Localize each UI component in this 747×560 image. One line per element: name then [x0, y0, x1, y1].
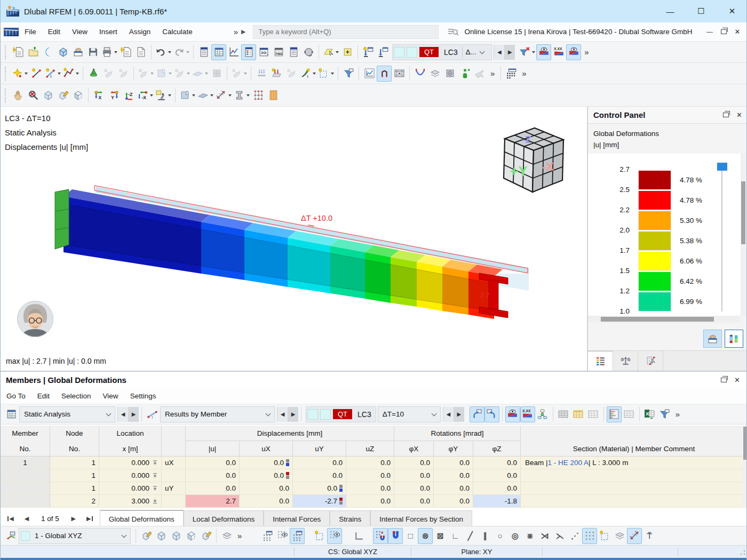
cell-uy[interactable]: 0.0: [293, 482, 346, 495]
panel-close-icon[interactable]: ✕: [736, 111, 742, 119]
header-u[interactable]: |u|: [186, 441, 240, 457]
coordinate-system-selector[interactable]: 1 - Global XYZ: [19, 528, 131, 544]
workplane-overflow-icon[interactable]: »: [234, 531, 245, 540]
toolbar-grip[interactable]: [5, 89, 7, 102]
snap-raster-button[interactable]: [582, 528, 597, 544]
filter-results-button[interactable]: [518, 44, 536, 60]
snap-center-button[interactable]: ⊗: [418, 528, 433, 544]
menu-view[interactable]: View: [66, 23, 93, 41]
previous-case-button[interactable]: ◀: [494, 45, 504, 60]
cell-member[interactable]: 1: [1, 457, 50, 469]
load-case-manager-button[interactable]: [376, 44, 391, 60]
header-uz[interactable]: uZ: [346, 441, 394, 457]
cell-node[interactable]: 1: [50, 469, 99, 482]
show-results-table-button[interactable]: [505, 406, 520, 422]
toolbar1-overflow-icon[interactable]: »: [581, 47, 592, 57]
show-result-values-button[interactable]: [566, 44, 581, 60]
new-node-button[interactable]: [11, 66, 29, 82]
script-console-button[interactable]: [271, 44, 286, 60]
new-polyline-button[interactable]: [62, 66, 80, 82]
show-values-table-button[interactable]: [520, 406, 535, 422]
menu-assign[interactable]: Assign: [123, 23, 157, 41]
last-table-button[interactable]: ▶: [83, 512, 97, 525]
new-nodal-load-button[interactable]: [254, 66, 269, 82]
scale-slider-handle[interactable]: [717, 163, 727, 171]
snap-points-button[interactable]: ⋰: [567, 528, 582, 544]
members-toolbar-overflow-icon[interactable]: »: [672, 410, 683, 419]
table-filter-rows-button[interactable]: [571, 406, 586, 422]
new-member-hinge-button[interactable]: [116, 66, 131, 82]
menu-edit[interactable]: Edit: [42, 23, 66, 41]
cell-section[interactable]: Beam | 1 - HE 200 A | L : 3.000 m: [521, 457, 747, 469]
section-display-button[interactable]: [233, 87, 251, 103]
navcube-front-label[interactable]: +Y: [510, 163, 528, 179]
cell-u-max[interactable]: 2.7: [186, 495, 240, 508]
view-y-button[interactable]: [106, 87, 121, 103]
rotate-workplane-x-button[interactable]: [154, 528, 169, 544]
cell-uz[interactable]: 0.0: [346, 457, 394, 469]
tab-color-scale[interactable]: [588, 351, 613, 371]
surface-hatch-button[interactable]: [266, 87, 281, 103]
case-next-button[interactable]: ▶: [454, 407, 464, 422]
dlubal-center-button[interactable]: [41, 44, 55, 60]
analysis-prev-button[interactable]: ◀: [117, 407, 128, 422]
tab-local-deformations[interactable]: Local Deformations: [184, 510, 264, 527]
new-plane-button[interactable]: [191, 66, 209, 82]
header-member[interactable]: Member: [1, 426, 50, 441]
user-avatar[interactable]: [17, 300, 54, 338]
search-advanced-icon[interactable]: [447, 27, 459, 37]
new-section-button[interactable]: [230, 66, 248, 82]
search-input[interactable]: [253, 25, 439, 39]
cell-phix[interactable]: 0.0: [394, 482, 434, 495]
header-section[interactable]: Section (Material) | Member Comment: [521, 441, 747, 457]
select-surfaces-button[interactable]: [196, 87, 214, 103]
new-solid-button[interactable]: [155, 66, 173, 82]
menu-expand-icon[interactable]: ▶: [241, 28, 245, 35]
cell-uy[interactable]: 0.0: [293, 457, 346, 469]
dimensions-button[interactable]: [214, 87, 233, 103]
view-neg-x-button[interactable]: [136, 87, 154, 103]
header-location[interactable]: Location: [99, 426, 162, 441]
navigator-panel-button[interactable]: [196, 44, 211, 60]
panel-float-icon[interactable]: [723, 113, 729, 117]
members-menu-view[interactable]: View: [97, 387, 124, 405]
fe-mesh-button[interactable]: [251, 87, 266, 103]
new-surface-button[interactable]: [137, 66, 155, 82]
cell-ux[interactable]: 0.0: [240, 457, 293, 469]
cell-member[interactable]: [1, 482, 50, 495]
redo-button[interactable]: [172, 44, 190, 60]
header-uy[interactable]: uY: [293, 441, 346, 457]
table-plain-button[interactable]: [622, 406, 637, 422]
assign-scale-button[interactable]: [703, 330, 722, 348]
toolbar-grip[interactable]: [5, 45, 7, 59]
model-3d-button[interactable]: [55, 44, 70, 60]
next-table-button[interactable]: ▶: [67, 512, 81, 525]
cell-location[interactable]: 0.000: [99, 469, 162, 482]
header-phix[interactable]: φX: [394, 441, 434, 457]
cell-phiy[interactable]: 0.0: [434, 457, 473, 469]
tab-factors[interactable]: [613, 351, 638, 371]
result-panel-button[interactable]: [241, 44, 256, 60]
members-case-param-selector[interactable]: ΔT=10: [378, 406, 441, 422]
snap-intersection-button[interactable]: ⊠: [433, 528, 448, 544]
cell-u[interactable]: 0.0: [186, 457, 240, 469]
cell-phix[interactable]: 0.0: [394, 495, 434, 508]
new-report-button[interactable]: [118, 44, 133, 60]
line-grid-button[interactable]: [627, 528, 642, 544]
guideline-show-button[interactable]: [327, 528, 342, 544]
new-line-support-button[interactable]: [101, 66, 116, 82]
cell-uz[interactable]: 0.0: [346, 482, 394, 495]
panel-horizontal-scrollbar[interactable]: [588, 316, 741, 323]
edit-surface-button[interactable]: [322, 44, 340, 60]
snap-nearest-button[interactable]: ╱: [463, 528, 478, 544]
support-chat-button[interactable]: [301, 44, 316, 60]
snap-endpoint-button[interactable]: □: [403, 528, 418, 544]
resize-grip[interactable]: [738, 548, 746, 556]
cell-node[interactable]: 1: [50, 457, 99, 469]
numeric-input-button[interactable]: [504, 66, 519, 82]
reset-workplane-button[interactable]: [198, 528, 213, 544]
members-menu-selection[interactable]: Selection: [55, 387, 97, 405]
cell-uz[interactable]: 0.0: [346, 495, 394, 508]
save-button[interactable]: [85, 44, 100, 60]
edit-note-button[interactable]: [340, 44, 355, 60]
